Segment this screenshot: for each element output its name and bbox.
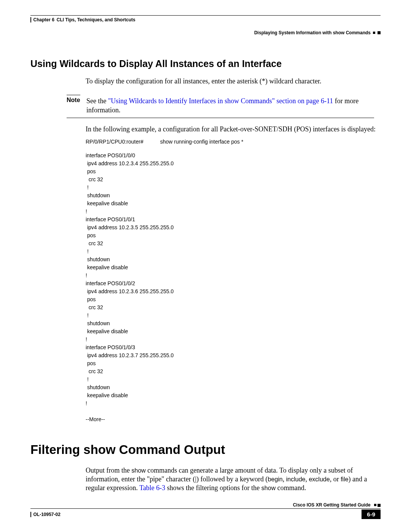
para-end: command. <box>276 484 306 492</box>
chapter-number: Chapter 6 <box>33 17 54 22</box>
note-short-rule <box>67 95 80 95</box>
footer-dots <box>374 504 381 507</box>
note-label: Note <box>67 97 80 115</box>
section-title: Displaying System Information with show … <box>254 30 371 35</box>
sep3: , or <box>330 475 341 483</box>
footer-rule <box>30 508 381 509</box>
decor-square-icon <box>373 32 375 34</box>
cli-command-line: RP/0/RP1/CPU0:router#show running-config… <box>86 139 381 145</box>
para-mid6: shows the filtering options for the <box>165 484 261 492</box>
decor-square-icon <box>378 504 381 507</box>
note-text: See the "Using Wildcards to Identify Int… <box>86 97 381 115</box>
page-footer: Cisco IOS XR Getting Started Guide OL-10… <box>30 502 381 519</box>
show-cmd-2: show <box>261 485 276 491</box>
footer-bottom: OL-10957-02 6-9 <box>30 510 381 519</box>
para-pre: Output from the <box>86 466 131 474</box>
page-container: Chapter 6 CLI Tips, Techniques, and Shor… <box>0 0 411 532</box>
filtering-paragraph: Output from the show commands can genera… <box>86 466 381 493</box>
intro-paragraph: To display the configuration for all ins… <box>86 77 381 86</box>
cli-prompt: RP/0/RP1/CPU0:router# <box>86 139 143 145</box>
table-link[interactable]: Table 6-3 <box>139 484 165 492</box>
example-intro: In the following example, a configuratio… <box>86 125 381 134</box>
footer-guide-row: Cisco IOS XR Getting Started Guide <box>30 502 381 508</box>
show-cmd: show <box>131 467 145 474</box>
cli-output: interface POS0/1/0/0 ipv4 address 10.2.3… <box>86 152 381 423</box>
doc-id: OL-10957-02 <box>33 512 61 517</box>
guide-title: Cisco IOS XR Getting Started Guide <box>293 502 371 508</box>
section-heading-filtering: Filtering show Command Output <box>30 443 381 457</box>
sep1: , <box>283 475 286 483</box>
chapter-title: CLI Tips, Techniques, and Shortcuts <box>57 17 135 22</box>
header-left: Chapter 6 CLI Tips, Techniques, and Shor… <box>30 17 135 22</box>
note-bottom-rule <box>67 118 374 118</box>
decor-square-icon <box>378 31 381 34</box>
kw-include: include <box>286 476 306 482</box>
header-right-row: Displaying System Information with show … <box>30 23 381 35</box>
note-block: Note See the "Using Wildcards to Identif… <box>67 95 381 118</box>
section-heading-wildcards: Using Wildcards to Display All Instances… <box>30 58 381 69</box>
header-rule <box>30 15 381 16</box>
kw-file: file <box>341 476 348 482</box>
kw-exclude: exclude <box>309 476 330 482</box>
page-number: 6-9 <box>362 510 381 519</box>
note-link[interactable]: "Using Wildcards to Identify Interfaces … <box>108 97 333 105</box>
footer-left: OL-10957-02 <box>30 512 61 517</box>
cli-command: show running-config interface pos * <box>160 139 244 145</box>
header-right: Displaying System Information with show … <box>254 30 381 35</box>
kw-begin: begin <box>268 476 283 482</box>
note-row: Note See the "Using Wildcards to Identif… <box>67 97 381 115</box>
note-text-before: See the <box>86 97 108 105</box>
page-header: Chapter 6 CLI Tips, Techniques, and Shor… <box>30 17 381 22</box>
decor-square-icon <box>374 504 376 506</box>
footer-bar-icon <box>30 512 31 517</box>
header-bar-icon <box>30 17 31 22</box>
